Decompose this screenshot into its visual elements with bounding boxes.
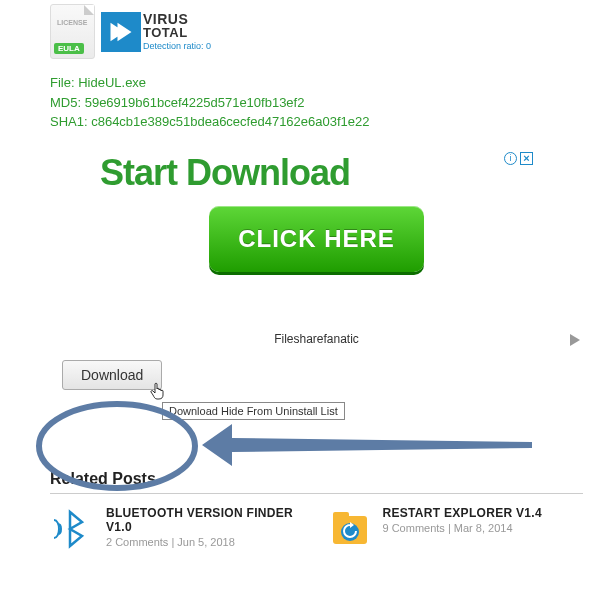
ad-info-icon[interactable]: i [504, 152, 517, 165]
related-posts-heading: Related Posts [50, 470, 583, 494]
related-post[interactable]: BLUETOOTH VERSION FINDER V1.0 2 Comments… [50, 506, 307, 552]
virustotal-badge[interactable]: VIRUS TOTAL Detection ratio: 0 [101, 4, 211, 59]
file-name: File: HideUL.exe [50, 73, 583, 93]
ad-info-close[interactable]: i × [504, 152, 533, 165]
file-sha1: SHA1: c864cb1e389c51bdea6cecfed47162e6a0… [50, 112, 583, 132]
ad-click-here-button[interactable]: CLICK HERE [209, 206, 424, 272]
ad-headline[interactable]: Start Download [100, 152, 533, 194]
post-title: BLUETOOTH VERSION FINDER V1.0 [106, 506, 307, 534]
post-meta: 2 Comments | Jun 5, 2018 [106, 536, 307, 548]
ad-close-icon[interactable]: × [520, 152, 533, 165]
virustotal-label-1: VIRUS [143, 12, 211, 26]
sponsor-label: Filesharefanatic [50, 332, 583, 346]
file-md5: MD5: 59e6919b61bcef4225d571e10fb13ef2 [50, 93, 583, 113]
related-post[interactable]: RESTART EXPLORER V1.4 9 Comments | Mar 8… [327, 506, 584, 552]
download-button[interactable]: Download [62, 360, 162, 390]
download-tooltip: Download Hide From Uninstall List [162, 402, 345, 420]
virustotal-icon [101, 12, 141, 52]
license-eula-badge[interactable]: LICENSE EULA [50, 4, 95, 59]
bluetooth-icon [50, 506, 96, 552]
restart-explorer-icon [327, 506, 373, 552]
license-text: LICENSE [57, 19, 87, 26]
advertisement-block: i × Start Download CLICK HERE [100, 152, 533, 272]
svg-rect-1 [333, 512, 349, 520]
post-title: RESTART EXPLORER V1.4 [383, 506, 542, 520]
eula-tag: EULA [54, 43, 84, 54]
carousel-next-icon[interactable] [570, 332, 580, 344]
detection-ratio: Detection ratio: 0 [143, 41, 211, 51]
post-meta: 9 Comments | Mar 8, 2014 [383, 522, 542, 534]
virustotal-label-2: TOTAL [143, 26, 211, 39]
file-info-block: File: HideUL.exe MD5: 59e6919b61bcef4225… [50, 73, 583, 132]
